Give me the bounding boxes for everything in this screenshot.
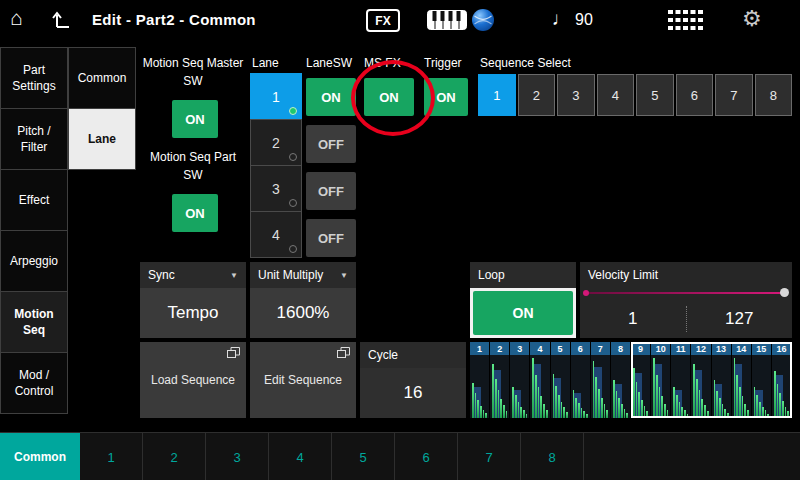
step-bar (707, 411, 709, 418)
bottom-tab-common[interactable]: Common (0, 433, 80, 480)
popup-window-icon (337, 347, 350, 358)
keyboard-icon[interactable] (427, 10, 467, 30)
load-sequence-button[interactable]: Load Sequence (140, 342, 246, 418)
edit-sequence-label: Edit Sequence (264, 373, 342, 387)
lane-sw-button-3[interactable]: OFF (306, 172, 356, 210)
bottom-tab-3[interactable]: 3 (206, 433, 269, 480)
step-number: 10 (651, 342, 670, 355)
step-bars (611, 355, 630, 418)
step-bar (503, 405, 505, 418)
sync-value[interactable]: Tempo (140, 288, 246, 338)
sequence-select-button-3[interactable]: 3 (557, 74, 595, 116)
bottom-tab-8[interactable]: 8 (521, 433, 584, 480)
fx-icon[interactable]: FX (366, 9, 400, 32)
bottom-tab-4[interactable]: 4 (269, 433, 332, 480)
step-bar (704, 405, 706, 418)
velocity-min-value[interactable]: 1 (580, 309, 686, 329)
gear-icon[interactable]: ⚙ (742, 6, 762, 32)
tempo-value[interactable]: 90 (575, 11, 593, 29)
sidebar-item-part-settings[interactable]: Part Settings (0, 47, 68, 109)
step-cell-5: 5 (551, 342, 571, 418)
step-bar (581, 408, 583, 418)
subnav-item-lane[interactable]: Lane (68, 108, 136, 170)
bottom-tab-5[interactable]: 5 (332, 433, 395, 480)
chevron-down-icon[interactable]: ▼ (230, 271, 238, 280)
step-cell-2: 2 (490, 342, 510, 418)
step-bars (732, 355, 751, 418)
step-bar (724, 409, 726, 418)
velocity-max-value[interactable]: 127 (687, 309, 793, 329)
lane-sw-button-1[interactable]: ON (306, 78, 356, 116)
sequence-select-button-4[interactable]: 4 (597, 74, 635, 116)
ms-fx-on-button[interactable]: ON (364, 78, 414, 116)
step-bar (523, 410, 525, 418)
step-bar (535, 375, 537, 418)
bottom-tab-7[interactable]: 7 (458, 433, 521, 480)
sidebar-item-arpeggio[interactable]: Arpeggio (0, 230, 68, 292)
cycle-value[interactable]: 16 (360, 368, 466, 418)
loop-on-button[interactable]: ON (473, 291, 573, 335)
bottom-tab-2[interactable]: 2 (143, 433, 206, 480)
step-bar (616, 391, 618, 418)
step-bar (498, 390, 500, 418)
chevron-down-icon[interactable]: ▼ (340, 271, 348, 280)
cycle-field[interactable]: Cycle 16 (360, 342, 466, 418)
step-cell-13: 13 (712, 342, 732, 418)
step-display[interactable]: 12345678910111213141516 (470, 342, 792, 418)
lane-column: 1234 (250, 74, 302, 258)
step-bars (772, 355, 791, 418)
step-bar (667, 410, 669, 418)
lane-button-3[interactable]: 3 (250, 165, 302, 212)
step-bar (518, 402, 520, 418)
unit-multiply-value[interactable]: 1600% (250, 288, 356, 338)
sequence-select-button-5[interactable]: 5 (636, 74, 674, 116)
motion-seq-part-sw-button[interactable]: ON (172, 194, 218, 232)
velocity-slider[interactable] (580, 288, 792, 300)
motion-seq-master-sw-button[interactable]: ON (172, 100, 218, 138)
step-bar (604, 404, 606, 418)
sidebar-item-pitch-filter[interactable]: Pitch / Filter (0, 108, 68, 170)
audition-ball-icon[interactable] (471, 8, 495, 32)
lane-button-1[interactable]: 1 (250, 73, 302, 120)
grid-icon[interactable] (668, 10, 704, 30)
sequence-select-button-2[interactable]: 2 (518, 74, 556, 116)
step-bar (593, 361, 595, 418)
step-bar (679, 402, 681, 418)
lane-sw-button-4[interactable]: OFF (306, 219, 356, 257)
lane-button-2[interactable]: 2 (250, 119, 302, 166)
step-cell-14: 14 (732, 342, 752, 418)
step-bar (633, 368, 635, 418)
bottom-tab-1[interactable]: 1 (80, 433, 143, 480)
sequence-select-button-7[interactable]: 7 (715, 74, 753, 116)
subnav-item-common[interactable]: Common (68, 47, 136, 109)
step-bar (785, 407, 787, 418)
lane-button-4[interactable]: 4 (250, 211, 302, 258)
step-cell-10: 10 (651, 342, 671, 418)
step-bars (691, 355, 710, 418)
velocity-slider-knob[interactable] (780, 288, 789, 297)
edit-sequence-button[interactable]: Edit Sequence (250, 342, 356, 418)
sidebar-item-mod-control[interactable]: Mod / Control (0, 352, 68, 414)
trigger-on-button[interactable]: ON (424, 78, 468, 116)
step-bar (641, 400, 643, 418)
exit-up-icon[interactable] (50, 9, 72, 31)
sequence-select-button-8[interactable]: 8 (755, 74, 793, 116)
step-bars (551, 355, 570, 418)
step-number: 6 (571, 342, 590, 355)
step-bar (532, 358, 534, 418)
sync-field[interactable]: Sync ▼ Tempo (140, 262, 246, 338)
sidebar-item-motion-seq[interactable]: Motion Seq (0, 291, 68, 353)
bottom-tab-6[interactable]: 6 (395, 433, 458, 480)
sidebar-item-effect[interactable]: Effect (0, 169, 68, 231)
step-bar (540, 396, 542, 418)
home-icon[interactable]: ⌂ (10, 6, 23, 30)
step-bar (684, 410, 686, 418)
load-sequence-label: Load Sequence (151, 373, 235, 387)
step-bar (595, 377, 597, 418)
sequence-select-button-1[interactable]: 1 (478, 74, 516, 116)
step-cell-12: 12 (691, 342, 711, 418)
step-bar (553, 374, 555, 418)
lane-sw-button-2[interactable]: OFF (306, 125, 356, 163)
unit-multiply-field[interactable]: Unit Multiply ▼ 1600% (250, 262, 356, 338)
sequence-select-button-6[interactable]: 6 (676, 74, 714, 116)
